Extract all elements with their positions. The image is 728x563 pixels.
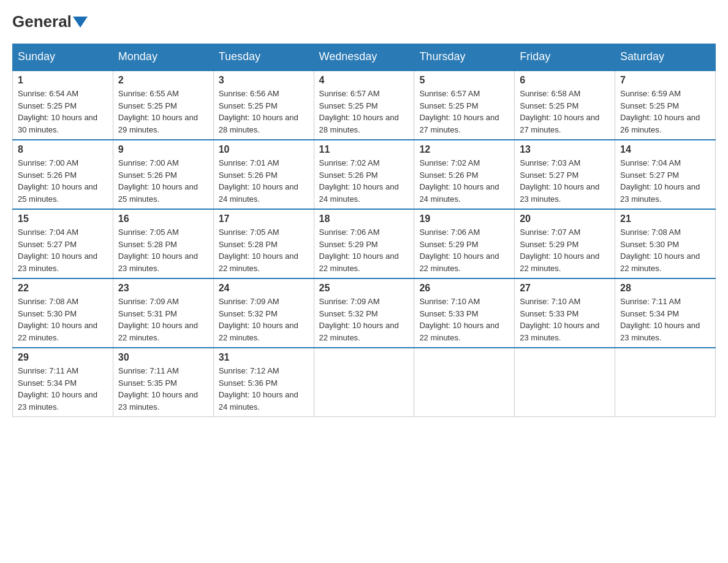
calendar-cell: 16 Sunrise: 7:05 AMSunset: 5:28 PMDaylig…: [113, 209, 213, 278]
calendar-cell: 4 Sunrise: 6:57 AMSunset: 5:25 PMDayligh…: [314, 71, 414, 140]
calendar-cell: 15 Sunrise: 7:04 AMSunset: 5:27 PMDaylig…: [13, 209, 113, 278]
cell-info: Sunrise: 7:10 AMSunset: 5:33 PMDaylight:…: [520, 297, 599, 342]
day-of-week-header: Sunday: [13, 44, 113, 71]
day-of-week-header: Friday: [515, 44, 615, 71]
calendar-week-row: 8 Sunrise: 7:00 AMSunset: 5:26 PMDayligh…: [13, 140, 716, 209]
calendar-cell: 29 Sunrise: 7:11 AMSunset: 5:34 PMDaylig…: [13, 348, 113, 417]
day-number: 18: [319, 213, 409, 224]
calendar-cell: 19 Sunrise: 7:06 AMSunset: 5:29 PMDaylig…: [414, 209, 515, 278]
cell-info: Sunrise: 7:04 AMSunset: 5:27 PMDaylight:…: [18, 228, 97, 273]
calendar-cell: 7 Sunrise: 6:59 AMSunset: 5:25 PMDayligh…: [615, 71, 716, 140]
day-number: 28: [620, 283, 710, 294]
cell-info: Sunrise: 6:56 AMSunset: 5:25 PMDaylight:…: [219, 89, 298, 134]
day-of-week-header: Saturday: [615, 44, 716, 71]
page-header: General: [12, 12, 716, 31]
calendar-cell: 6 Sunrise: 6:58 AMSunset: 5:25 PMDayligh…: [515, 71, 615, 140]
day-number: 11: [319, 144, 409, 155]
day-number: 24: [219, 283, 309, 294]
calendar-cell: 25 Sunrise: 7:09 AMSunset: 5:32 PMDaylig…: [314, 278, 414, 348]
day-number: 3: [219, 75, 309, 86]
calendar-week-row: 1 Sunrise: 6:54 AMSunset: 5:25 PMDayligh…: [13, 71, 716, 140]
calendar-cell: 28 Sunrise: 7:11 AMSunset: 5:34 PMDaylig…: [615, 278, 716, 348]
calendar-week-row: 29 Sunrise: 7:11 AMSunset: 5:34 PMDaylig…: [13, 348, 716, 417]
cell-info: Sunrise: 7:09 AMSunset: 5:32 PMDaylight:…: [319, 297, 399, 342]
cell-info: Sunrise: 7:06 AMSunset: 5:29 PMDaylight:…: [419, 228, 499, 273]
calendar-cell: 11 Sunrise: 7:02 AMSunset: 5:26 PMDaylig…: [314, 140, 414, 209]
day-number: 7: [620, 75, 710, 86]
cell-info: Sunrise: 7:11 AMSunset: 5:35 PMDaylight:…: [118, 366, 198, 412]
logo: General: [12, 12, 89, 31]
cell-info: Sunrise: 7:10 AMSunset: 5:33 PMDaylight:…: [419, 297, 499, 342]
calendar-cell: 20 Sunrise: 7:07 AMSunset: 5:29 PMDaylig…: [515, 209, 615, 278]
cell-info: Sunrise: 6:59 AMSunset: 5:25 PMDaylight:…: [620, 89, 700, 134]
cell-info: Sunrise: 7:00 AMSunset: 5:26 PMDaylight:…: [18, 158, 97, 204]
calendar-cell: 31 Sunrise: 7:12 AMSunset: 5:36 PMDaylig…: [213, 348, 314, 417]
day-number: 16: [118, 213, 208, 224]
logo-triangle-icon: [73, 17, 88, 28]
day-of-week-header: Wednesday: [314, 44, 414, 71]
day-number: 27: [520, 283, 610, 294]
day-number: 5: [419, 75, 509, 86]
day-number: 26: [419, 283, 509, 294]
day-number: 6: [520, 75, 610, 86]
calendar-cell: 30 Sunrise: 7:11 AMSunset: 5:35 PMDaylig…: [113, 348, 213, 417]
calendar-cell: 24 Sunrise: 7:09 AMSunset: 5:32 PMDaylig…: [213, 278, 314, 348]
calendar-cell: 3 Sunrise: 6:56 AMSunset: 5:25 PMDayligh…: [213, 71, 314, 140]
day-number: 29: [18, 352, 108, 363]
day-number: 1: [18, 75, 108, 86]
day-of-week-header: Thursday: [414, 44, 515, 71]
day-number: 20: [520, 213, 610, 224]
cell-info: Sunrise: 7:11 AMSunset: 5:34 PMDaylight:…: [620, 297, 700, 342]
day-number: 23: [118, 283, 208, 294]
day-number: 10: [219, 144, 309, 155]
day-number: 8: [18, 144, 108, 155]
day-number: 9: [118, 144, 208, 155]
cell-info: Sunrise: 6:57 AMSunset: 5:25 PMDaylight:…: [419, 89, 499, 134]
cell-info: Sunrise: 7:06 AMSunset: 5:29 PMDaylight:…: [319, 228, 399, 273]
cell-info: Sunrise: 7:04 AMSunset: 5:27 PMDaylight:…: [620, 158, 700, 204]
day-number: 21: [620, 213, 710, 224]
calendar-cell: 12 Sunrise: 7:02 AMSunset: 5:26 PMDaylig…: [414, 140, 515, 209]
day-number: 19: [419, 213, 509, 224]
calendar-cell: 10 Sunrise: 7:01 AMSunset: 5:26 PMDaylig…: [213, 140, 314, 209]
day-number: 2: [118, 75, 208, 86]
day-number: 31: [219, 352, 309, 363]
cell-info: Sunrise: 6:58 AMSunset: 5:25 PMDaylight:…: [520, 89, 599, 134]
cell-info: Sunrise: 7:02 AMSunset: 5:26 PMDaylight:…: [419, 158, 499, 204]
cell-info: Sunrise: 7:01 AMSunset: 5:26 PMDaylight:…: [219, 158, 298, 204]
day-number: 30: [118, 352, 208, 363]
calendar-cell: [515, 348, 615, 417]
cell-info: Sunrise: 7:08 AMSunset: 5:30 PMDaylight:…: [18, 297, 97, 342]
calendar-cell: [615, 348, 716, 417]
logo-general-text: General: [12, 12, 72, 31]
calendar-cell: [414, 348, 515, 417]
day-number: 22: [18, 283, 108, 294]
day-number: 25: [319, 283, 409, 294]
calendar-week-row: 22 Sunrise: 7:08 AMSunset: 5:30 PMDaylig…: [13, 278, 716, 348]
day-number: 17: [219, 213, 309, 224]
cell-info: Sunrise: 6:55 AMSunset: 5:25 PMDaylight:…: [118, 89, 198, 134]
cell-info: Sunrise: 7:03 AMSunset: 5:27 PMDaylight:…: [520, 158, 599, 204]
day-of-week-header: Monday: [113, 44, 213, 71]
calendar-cell: [314, 348, 414, 417]
calendar-cell: 2 Sunrise: 6:55 AMSunset: 5:25 PMDayligh…: [113, 71, 213, 140]
calendar-cell: 27 Sunrise: 7:10 AMSunset: 5:33 PMDaylig…: [515, 278, 615, 348]
calendar-cell: 23 Sunrise: 7:09 AMSunset: 5:31 PMDaylig…: [113, 278, 213, 348]
calendar-table: SundayMondayTuesdayWednesdayThursdayFrid…: [12, 44, 716, 417]
calendar-cell: 21 Sunrise: 7:08 AMSunset: 5:30 PMDaylig…: [615, 209, 716, 278]
cell-info: Sunrise: 7:05 AMSunset: 5:28 PMDaylight:…: [118, 228, 198, 273]
calendar-cell: 18 Sunrise: 7:06 AMSunset: 5:29 PMDaylig…: [314, 209, 414, 278]
cell-info: Sunrise: 7:07 AMSunset: 5:29 PMDaylight:…: [520, 228, 599, 273]
calendar-cell: 26 Sunrise: 7:10 AMSunset: 5:33 PMDaylig…: [414, 278, 515, 348]
cell-info: Sunrise: 7:12 AMSunset: 5:36 PMDaylight:…: [219, 366, 298, 412]
cell-info: Sunrise: 6:57 AMSunset: 5:25 PMDaylight:…: [319, 89, 399, 134]
day-number: 13: [520, 144, 610, 155]
calendar-cell: 22 Sunrise: 7:08 AMSunset: 5:30 PMDaylig…: [13, 278, 113, 348]
day-number: 12: [419, 144, 509, 155]
calendar-cell: 17 Sunrise: 7:05 AMSunset: 5:28 PMDaylig…: [213, 209, 314, 278]
calendar-header-row: SundayMondayTuesdayWednesdayThursdayFrid…: [13, 44, 716, 71]
calendar-cell: 1 Sunrise: 6:54 AMSunset: 5:25 PMDayligh…: [13, 71, 113, 140]
day-number: 4: [319, 75, 409, 86]
calendar-week-row: 15 Sunrise: 7:04 AMSunset: 5:27 PMDaylig…: [13, 209, 716, 278]
cell-info: Sunrise: 6:54 AMSunset: 5:25 PMDaylight:…: [18, 89, 97, 134]
